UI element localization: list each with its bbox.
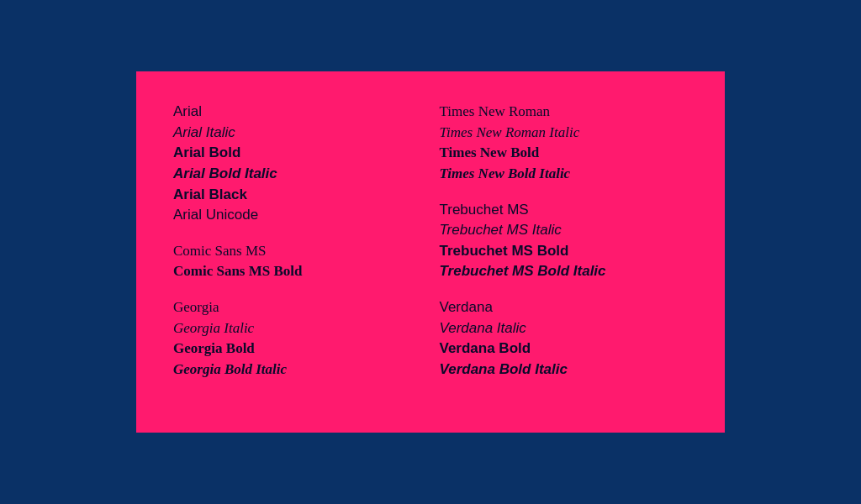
verdana-bold-label: Verdana Bold [440, 339, 689, 360]
verdana-group: Verdana Verdana Italic Verdana Bold Verd… [440, 297, 689, 381]
georgia-group: Georgia Georgia Italic Georgia Bold Geor… [173, 297, 422, 381]
font-showcase-card: Arial Arial Italic Arial Bold Arial Bold… [136, 71, 725, 433]
comic-normal-label: Comic Sans MS [173, 241, 422, 262]
trebuchet-italic-label: Trebuchet MS Italic [440, 220, 689, 241]
arial-black-label: Arial Black [173, 185, 422, 206]
arial-bold-italic-label: Arial Bold Italic [173, 164, 422, 185]
comic-bold-label: Comic Sans MS Bold [173, 261, 422, 282]
verdana-italic-label: Verdana Italic [440, 318, 689, 339]
arial-unicode-label: Arial Unicode [173, 205, 422, 226]
times-group: Times New Roman Times New Roman Italic T… [440, 102, 689, 185]
arial-normal-label: Arial [173, 102, 422, 123]
trebuchet-bold-italic-label: Trebuchet MS Bold Italic [440, 261, 689, 282]
verdana-bold-italic-label: Verdana Bold Italic [440, 360, 689, 381]
georgia-bold-italic-label: Georgia Bold Italic [173, 360, 422, 381]
arial-group: Arial Arial Italic Arial Bold Arial Bold… [173, 102, 422, 226]
arial-italic-label: Arial Italic [173, 123, 422, 144]
times-normal-label: Times New Roman [440, 102, 689, 123]
georgia-italic-label: Georgia Italic [173, 318, 422, 339]
georgia-bold-label: Georgia Bold [173, 339, 422, 360]
times-italic-label: Times New Roman Italic [440, 123, 689, 144]
comic-group: Comic Sans MS Comic Sans MS Bold [173, 241, 422, 282]
arial-bold-label: Arial Bold [173, 143, 422, 164]
right-column: Times New Roman Times New Roman Italic T… [440, 102, 689, 402]
trebuchet-group: Trebuchet MS Trebuchet MS Italic Trebuch… [440, 200, 689, 283]
times-bold-label: Times New Bold [440, 143, 689, 164]
left-column: Arial Arial Italic Arial Bold Arial Bold… [173, 102, 422, 402]
georgia-normal-label: Georgia [173, 297, 422, 318]
column-divider [430, 102, 431, 402]
trebuchet-normal-label: Trebuchet MS [440, 200, 689, 221]
trebuchet-bold-label: Trebuchet MS Bold [440, 241, 689, 262]
verdana-normal-label: Verdana [440, 297, 689, 318]
times-bold-italic-label: Times New Bold Italic [440, 164, 689, 185]
